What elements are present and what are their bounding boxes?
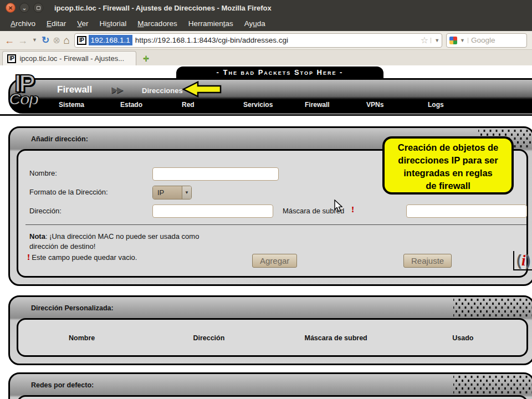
mouse-cursor xyxy=(334,200,344,213)
search-input[interactable] xyxy=(471,36,524,44)
url-bar[interactable]: IP 192.168.1.1 https://192.168.1.1:8443/… xyxy=(74,33,442,48)
window-close-button[interactable]: ✕ xyxy=(6,3,16,13)
format-select[interactable]: IP ▼ xyxy=(152,186,192,200)
tab-label: ipcop.tic.loc - Firewall - Ajustes... xyxy=(19,54,124,63)
annotation-callout: Creación de objetos de direcciones IP pa… xyxy=(382,136,514,195)
nav-vpns[interactable]: VPNs xyxy=(366,101,428,109)
table-header-row: Nombre Dirección Máscara de subred Usado xyxy=(18,320,526,342)
column-direccion: Dirección xyxy=(145,334,272,342)
menu-editar[interactable]: Editar xyxy=(41,17,71,30)
halftone-dots-decoration xyxy=(453,376,532,395)
url-selected-text[interactable]: 192.168.1.1 xyxy=(89,35,132,45)
stop-icon[interactable]: ⊗ xyxy=(53,36,60,45)
menu-herramientas[interactable]: Herramientas xyxy=(183,17,239,30)
mac-note: Nota: ¡Una dirección MAC no puede ser us… xyxy=(29,232,213,252)
menu-historial[interactable]: Historial xyxy=(94,17,132,30)
header-section-label: Firewall xyxy=(57,84,92,95)
ipcop-nav: Sistema Estado Red Servicios Firewall VP… xyxy=(10,101,532,109)
reload-icon[interactable]: ↻ xyxy=(42,35,49,45)
search-engine-dropdown-icon[interactable]: ▼ xyxy=(457,38,468,43)
window-title: ipcop.tic.loc - Firewall - Ajustes de Di… xyxy=(54,4,272,12)
address-input[interactable] xyxy=(152,204,273,218)
back-icon[interactable]: ← xyxy=(4,35,14,45)
nav-firewall[interactable]: Firewall xyxy=(305,101,366,109)
navigation-toolbar: ← → ▼ ↻ ⊗ ⌂ IP 192.168.1.1 https://192.1… xyxy=(0,31,532,50)
format-select-arrow-icon[interactable]: ▼ xyxy=(182,186,191,199)
menu-marcadores[interactable]: Marcadores xyxy=(132,17,182,30)
window-minimize-button[interactable]: ⌄ xyxy=(19,3,29,13)
titlebar: ✕ ⌄ ipcop.tic.loc - Firewall - Ajustes d… xyxy=(0,0,532,16)
nav-logs[interactable]: Logs xyxy=(428,101,489,109)
form-divider xyxy=(25,224,526,225)
window-maximize-button[interactable] xyxy=(33,3,43,13)
breadcrumb-page-label: Direcciones xyxy=(142,86,183,95)
blank-field-note: ! Este campo puede quedar vacio. xyxy=(27,253,137,263)
mask-input[interactable] xyxy=(406,204,527,218)
format-label: Formato de la Dirección: xyxy=(29,188,108,196)
annotation-arrow-icon xyxy=(182,81,222,98)
header-divider xyxy=(0,114,532,116)
ipcop-header: Firewall ▶▶ Direcciones Sistema Estado R… xyxy=(8,78,532,114)
url-text[interactable]: https://192.168.1.1:8443/cgi-bin/address… xyxy=(135,36,421,44)
browser-window: ✕ ⌄ ipcop.tic.loc - Firewall - Ajustes d… xyxy=(0,0,532,399)
nav-estado[interactable]: Estado xyxy=(120,101,182,109)
menu-archivo[interactable]: Archivo xyxy=(5,17,41,30)
tab-favicon: IP xyxy=(7,54,16,63)
search-box[interactable]: ▼ xyxy=(446,33,527,48)
ipcop-slogan-banner: - The bad Packets Stop Here - xyxy=(176,66,383,79)
menu-ver[interactable]: Ver xyxy=(71,17,94,30)
halftone-dots-decoration xyxy=(453,299,532,318)
name-label: Nombre: xyxy=(29,169,57,177)
nav-servicios[interactable]: Servicios xyxy=(243,101,305,109)
nav-sistema[interactable]: Sistema xyxy=(59,101,120,109)
forward-icon[interactable]: → xyxy=(18,35,28,45)
reset-button[interactable]: Reajuste xyxy=(403,254,452,268)
bookmark-star-icon[interactable]: ☆ xyxy=(421,35,428,45)
optional-field-icon: ! xyxy=(27,253,30,262)
name-input[interactable] xyxy=(152,167,279,181)
urlbar-dropdown-icon[interactable]: ▼ xyxy=(431,38,439,43)
site-identity-favicon[interactable]: IP xyxy=(77,36,86,45)
column-nombre: Nombre xyxy=(18,334,145,342)
ipcop-logo: IP Cop xyxy=(9,73,53,116)
menubar: Archivo Editar Ver Historial Marcadores … xyxy=(0,16,532,31)
column-mascara: Máscara de subred xyxy=(273,334,400,342)
breadcrumb-arrows-icon: ▶▶ xyxy=(111,85,122,95)
nav-red[interactable]: Red xyxy=(182,101,243,109)
active-tab[interactable]: IP ipcop.tic.loc - Firewall - Ajustes... xyxy=(2,51,136,65)
panel-default-networks: Redes por defecto: xyxy=(8,372,532,399)
history-dropdown-icon[interactable]: ▼ xyxy=(32,38,37,43)
panel-default-body xyxy=(17,395,528,399)
info-icon[interactable]: (i) xyxy=(513,251,532,270)
page-content: - The bad Packets Stop Here - Firewall ▶… xyxy=(0,65,532,399)
home-icon[interactable]: ⌂ xyxy=(64,35,70,45)
new-tab-button[interactable]: + xyxy=(143,52,149,64)
address-label: Dirección: xyxy=(29,207,62,215)
column-usado: Usado xyxy=(400,334,526,342)
optional-field-icon: ! xyxy=(351,206,354,214)
add-button[interactable]: Agregar xyxy=(252,254,297,268)
panel-custom-address: Dirección Personalizada: Nombre Direcció… xyxy=(8,295,532,365)
tab-bar: IP ipcop.tic.loc - Firewall - Ajustes...… xyxy=(0,50,532,65)
panel-custom-body: Nombre Dirección Máscara de subred Usado xyxy=(17,318,528,357)
menu-ayuda[interactable]: Ayuda xyxy=(239,17,271,30)
google-icon xyxy=(449,37,457,44)
format-select-value: IP xyxy=(153,186,182,199)
